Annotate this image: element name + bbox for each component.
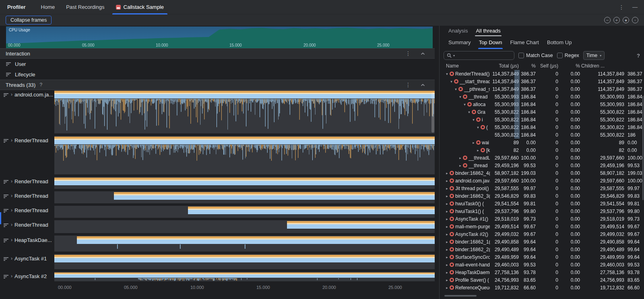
- top-tab-past-recordings[interactable]: Past Recordings: [60, 0, 110, 14]
- chevron-right-icon[interactable]: ▸: [444, 270, 450, 274]
- tree-row[interactable]: ▾__thread55,300,993186.8400.0055,300,993…: [444, 93, 644, 100]
- tab-flame-chart[interactable]: Flame Chart: [506, 37, 543, 49]
- column-header-5[interactable]: %: [559, 63, 581, 69]
- chevron-right-icon[interactable]: ▸: [444, 186, 450, 190]
- chevron-down-icon[interactable]: ▾: [475, 125, 481, 129]
- tree-row[interactable]: ▸wai890.0000.00890.00: [444, 139, 644, 146]
- checkbox-box[interactable]: [557, 53, 563, 58]
- tab-all-threads[interactable]: All threads: [472, 26, 504, 37]
- chevron-right-icon[interactable]: ›: [11, 222, 12, 228]
- tree-row[interactable]: ▸[ke820.0000.00820.00: [444, 146, 644, 154]
- thread-label[interactable]: ›RenderThread: [0, 136, 54, 174]
- tree-row[interactable]: ▾alloca55,300,993186.8400.0055,300,99318…: [444, 100, 644, 108]
- help-icon[interactable]: ?: [637, 53, 640, 59]
- chevron-right-icon[interactable]: ▸: [444, 232, 450, 236]
- chevron-right-icon[interactable]: ▸: [444, 286, 450, 290]
- tree-row[interactable]: ▾(55,300,822186.8400.0055,300,822186.84: [444, 123, 644, 131]
- chevron-right-icon[interactable]: ›: [11, 178, 12, 184]
- chevron-right-icon[interactable]: ▸: [444, 171, 450, 175]
- thread-label[interactable]: ›RenderThread: [0, 191, 54, 203]
- chevron-right-icon[interactable]: ▸: [444, 278, 450, 282]
- chevron-right-icon[interactable]: ▸: [444, 217, 450, 221]
- chevron-right-icon[interactable]: ▸: [444, 225, 450, 229]
- thread-activity-chart[interactable]: [54, 90, 435, 133]
- tree-row[interactable]: ▸ReferenceQueue19,712,83266.6000.0019,71…: [444, 284, 644, 291]
- column-header-4[interactable]: Self (μs): [537, 63, 559, 69]
- tree-row[interactable]: ▾Gra55,300,822186.8400.0055,300,822186.8…: [444, 108, 644, 116]
- time-dropdown[interactable]: Time ▾: [583, 51, 605, 60]
- thread-activity-chart[interactable]: [54, 220, 435, 233]
- tab-analysis[interactable]: Analysis: [444, 26, 472, 37]
- chevron-right-icon[interactable]: ›: [11, 207, 12, 213]
- collapse-section-icon[interactable]: [421, 52, 425, 55]
- thread-activity-chart[interactable]: [54, 206, 435, 218]
- checkbox-box[interactable]: [518, 53, 524, 58]
- collapse-section-icon[interactable]: [421, 84, 425, 86]
- interaction-row-lifecycle[interactable]: Lifecycle: [0, 69, 435, 80]
- thread-activity-chart[interactable]: [54, 136, 435, 174]
- thread-label[interactable]: ›RenderThread: [0, 220, 54, 233]
- tree-row[interactable]: ▸mali-mem-purge29,499,51499.6700.0029,49…: [444, 223, 644, 230]
- tree-row[interactable]: ▸binder:16862_2()29,490,48999.6400.0029,…: [444, 246, 644, 253]
- chevron-right-icon[interactable]: ▸: [458, 164, 463, 168]
- chevron-right-icon[interactable]: ›: [11, 137, 12, 143]
- cpu-usage-area-chart[interactable]: [6, 27, 433, 48]
- regex-checkbox[interactable]: Regex: [557, 53, 579, 58]
- tree-row[interactable]: ▸hwuiTask1() (29,537,79699.8000.0029,537…: [444, 207, 644, 215]
- minimize-icon[interactable]: —: [632, 4, 638, 10]
- tree-row[interactable]: ▸mali-event-hand29,460,00399.5300.0029,4…: [444, 261, 644, 268]
- chevron-down-icon[interactable]: ▾: [458, 95, 463, 99]
- search-field[interactable]: ▾: [444, 51, 514, 60]
- column-header-1[interactable]: Name: [444, 63, 490, 69]
- zoom-to-selection-icon[interactable]: ◦: [632, 17, 638, 23]
- chevron-down-icon[interactable]: ▾: [471, 118, 476, 122]
- chevron-right-icon[interactable]: ▸: [444, 240, 450, 244]
- zoom-in-icon[interactable]: +: [613, 17, 620, 23]
- tab-bottom-up[interactable]: Bottom Up: [543, 37, 576, 49]
- collapse-frames-button[interactable]: Collapse frames: [6, 16, 52, 25]
- thread-activity-chart[interactable]: [54, 191, 435, 203]
- thread-label[interactable]: ›HeapTaskDae...: [0, 236, 54, 252]
- tree-row[interactable]: 55,300,822186.8400.0055,300,822186: [444, 131, 644, 139]
- tree-row[interactable]: ▸AsyncTask #1() (29,518,01999.7300.0029,…: [444, 215, 644, 223]
- chevron-down-icon[interactable]: ▾: [466, 110, 472, 114]
- tree-row[interactable]: ▾i55,300,822186.8400.0055,300,822186.84: [444, 116, 644, 123]
- chevron-right-icon[interactable]: ▸: [475, 148, 481, 152]
- vertical-scrollbar[interactable]: [431, 92, 434, 133]
- chevron-down-icon[interactable]: ▾: [449, 80, 454, 84]
- chevron-right-icon[interactable]: ▸: [444, 194, 450, 198]
- tree-row[interactable]: ▸Jit thread pool()29,587,55599.9700.0029…: [444, 184, 644, 192]
- tree-row[interactable]: ▸android.com.java29,597,660100.0000.0029…: [444, 177, 644, 184]
- top-tab-home[interactable]: Home: [35, 0, 61, 14]
- interaction-section-header[interactable]: Interaction ⋮: [0, 48, 435, 59]
- threads-section-header[interactable]: Threads (33) ? ⋮: [0, 80, 435, 90]
- tree-row[interactable]: ▸__thread29,459,19699.5300.0029,459,1969…: [444, 162, 644, 169]
- kebab-menu-icon[interactable]: ⋮: [405, 51, 411, 56]
- interaction-row-user[interactable]: User: [0, 59, 435, 69]
- panel-splitter[interactable]: [435, 26, 440, 299]
- chevron-right-icon[interactable]: ▸: [444, 255, 450, 259]
- match-case-checkbox[interactable]: Match Case: [518, 53, 553, 58]
- cpu-usage-chart[interactable]: CPU Usage 00.00005.00010.00015.00020.000…: [6, 27, 433, 48]
- reset-zoom-icon[interactable]: ●: [623, 17, 629, 23]
- chevron-right-icon[interactable]: ▸: [471, 141, 476, 145]
- thread-activity-chart[interactable]: [54, 177, 435, 189]
- tab-top-down[interactable]: Top Down: [475, 37, 506, 49]
- chevron-down-icon[interactable]: ▾: [453, 87, 458, 91]
- horizontal-scrollbar[interactable]: [444, 295, 477, 297]
- thread-label[interactable]: ›RenderThread: [0, 206, 54, 218]
- tree-row[interactable]: ▸binder:16862_4()58,907,182199.0300.0058…: [444, 169, 644, 177]
- tab-summary[interactable]: Summary: [444, 37, 475, 49]
- column-header-6[interactable]: Children ...: [581, 63, 625, 69]
- tree-row[interactable]: ▸Profile Saver() (24,756,99383.6500.0024…: [444, 276, 644, 284]
- help-icon[interactable]: ?: [39, 82, 42, 88]
- column-header-3[interactable]: %: [520, 63, 537, 69]
- zoom-out-icon[interactable]: −: [604, 17, 611, 23]
- thread-label[interactable]: ›AsyncTask #1: [0, 254, 54, 269]
- column-header-2[interactable]: Total (μs): [490, 63, 520, 69]
- search-input[interactable]: [456, 52, 511, 59]
- chevron-right-icon[interactable]: ▸: [458, 156, 463, 160]
- tree-row[interactable]: ▾__pthread_star114,357,849386.3700.00114…: [444, 85, 644, 93]
- chevron-right-icon[interactable]: ›: [11, 193, 12, 199]
- chevron-right-icon[interactable]: ▸: [444, 263, 450, 267]
